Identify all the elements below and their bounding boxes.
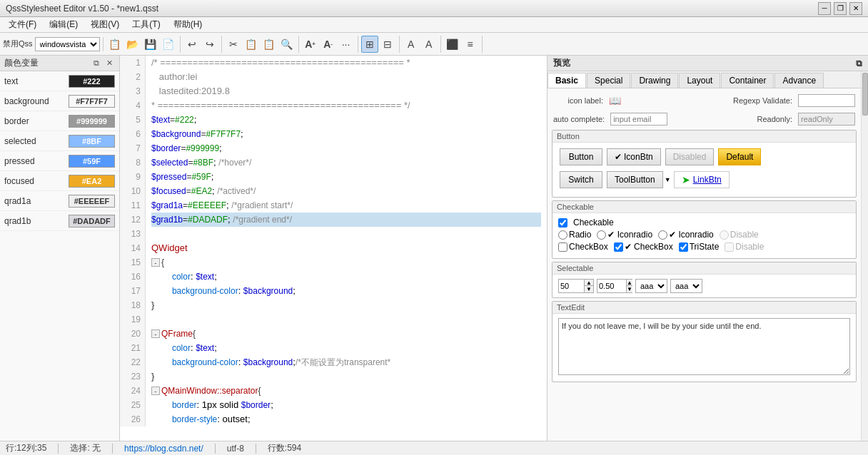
toolbutton-dropdown: ToolButton ▼ [605, 170, 672, 190]
icon-label-row: icon label: 📖 Regexp Validate: [547, 93, 861, 108]
linkbtn-btn[interactable]: LinkBtn [693, 175, 722, 185]
spin-value-1[interactable] [559, 280, 584, 292]
code-editor[interactable]: 1 2 3 4 5 6 7 8 9 10 11 12 13 14 15 16 1 [120, 56, 547, 441]
redo-button[interactable]: ↪ [201, 36, 218, 53]
color-item-pressed[interactable]: pressed #59F [0, 151, 119, 171]
minimize-button[interactable]: ─ [818, 2, 831, 15]
check-4[interactable] [725, 242, 734, 252]
tab-basic[interactable]: Basic [547, 73, 586, 88]
spin-down-2[interactable]: ▼ [627, 286, 632, 292]
color-panel: 颜色变量 ⧉ ✕ text #222 background #F7F7F7 bo… [0, 56, 120, 441]
spin-value-2[interactable] [597, 280, 626, 292]
regexp-input[interactable] [798, 94, 855, 107]
combo-select-2[interactable]: aaa [670, 279, 702, 293]
check-1[interactable] [558, 242, 567, 252]
color-item-selected[interactable]: selected #8BF [0, 131, 119, 151]
check-icon: ✔ [615, 152, 622, 162]
paste-button[interactable]: 📋 [243, 36, 260, 53]
spin-down-1[interactable]: ▼ [585, 286, 593, 292]
spin-btn-1: ▲ ▼ [584, 280, 593, 292]
color-swatch-background[interactable]: #F7F7F7 [69, 95, 115, 108]
font-more-button[interactable]: ··· [338, 36, 355, 53]
menu-edit[interactable]: 编辑(E) [44, 17, 84, 32]
spin-up-1[interactable]: ▲ [585, 280, 593, 286]
color-item-qrad1b[interactable]: qrad1b #DADADF [0, 211, 119, 231]
menu-file[interactable]: 文件(F) [3, 17, 42, 32]
fold-btn-20[interactable]: - [151, 329, 160, 338]
spin-up-2[interactable]: ▲ [627, 280, 632, 286]
fold-btn-15[interactable]: - [151, 258, 160, 267]
list-button[interactable]: ⊟ [379, 36, 396, 53]
copy-button[interactable]: 📄 [160, 36, 177, 53]
color-swatch-qrad1b[interactable]: #DADADF [69, 215, 115, 228]
color-item-border[interactable]: border #999999 [0, 111, 119, 131]
preview-restore-icon[interactable]: ⧉ [856, 58, 862, 68]
color-item-background[interactable]: background #F7F7F7 [0, 91, 119, 111]
title-bar: QssStylesheet Editor v1.50 - *new1.qsst … [0, 0, 868, 17]
radio-3[interactable] [658, 230, 667, 240]
color-button[interactable]: ⬛ [444, 36, 461, 53]
dropdown-arrow[interactable]: ▼ [662, 171, 672, 188]
fold-btn-24[interactable]: - [151, 387, 160, 395]
disabled-btn[interactable]: Disabled [665, 148, 715, 165]
autocomplete-input[interactable] [610, 113, 667, 126]
font-down-button[interactable]: A- [320, 36, 337, 53]
tab-container[interactable]: Container [721, 73, 774, 88]
check-3[interactable] [679, 242, 688, 252]
code-content[interactable]: /* =====================================… [146, 56, 547, 426]
switch-btn[interactable]: Switch [560, 171, 602, 188]
color-swatch-pressed[interactable]: #59F [69, 155, 115, 168]
code-line-3: lastedited:2019.8 [151, 84, 541, 98]
menu-tools[interactable]: 工具(T) [126, 17, 166, 32]
restore-button[interactable]: ❐ [834, 2, 847, 15]
menu-view[interactable]: 视图(V) [85, 17, 125, 32]
iconbtn-btn[interactable]: ✔ IconBtn [607, 148, 661, 165]
tab-drawing[interactable]: Drawing [631, 73, 678, 88]
grid-button[interactable]: ⊞ [361, 36, 378, 53]
check-2[interactable] [614, 242, 623, 252]
button-btn[interactable]: Button [560, 148, 602, 165]
cut-button[interactable]: ✂ [225, 36, 242, 53]
color-swatch-focused[interactable]: #EA2 [69, 175, 115, 188]
menu-help[interactable]: 帮助(H) [168, 17, 208, 32]
font-up-button[interactable]: A+ [302, 36, 319, 53]
default-btn[interactable]: Default [718, 148, 761, 165]
textedit-input[interactable]: If you do not leave me, I will be by you… [558, 318, 850, 375]
color-swatch-border[interactable]: #999999 [69, 115, 115, 128]
panel-restore-icon[interactable]: ⧉ [91, 58, 101, 68]
qss-combo[interactable]: windowsvista [35, 37, 100, 51]
checkable-checkbox[interactable] [558, 218, 567, 228]
color-name-border: border [4, 116, 69, 126]
line-numbers: 1 2 3 4 5 6 7 8 9 10 11 12 13 14 15 16 1 [120, 56, 146, 426]
button-row-1: Button ✔ IconBtn Disabled Default [558, 147, 850, 167]
find-button[interactable]: 🔍 [278, 36, 296, 53]
tab-special[interactable]: Special [587, 73, 630, 88]
radio-2[interactable] [597, 230, 606, 240]
radio-4[interactable] [720, 230, 729, 240]
color-swatch-text[interactable]: #222 [69, 75, 115, 88]
tab-advance[interactable]: Advance [774, 73, 824, 88]
color-swatch-selected[interactable]: #8BF [69, 135, 115, 148]
preview-panel: 预览 ⧉ Basic Special Drawing Layout Contai… [547, 56, 868, 441]
undo-button[interactable]: ↩ [183, 36, 201, 53]
text-button2[interactable]: A [420, 36, 438, 53]
color-item-text[interactable]: text #222 [0, 71, 119, 91]
tab-layout[interactable]: Layout [679, 73, 720, 88]
new-button[interactable]: 📋 [106, 36, 123, 53]
color-item-focused[interactable]: focused #EA2 [0, 171, 119, 191]
radio-1[interactable] [558, 230, 567, 240]
preview-scrollbar[interactable] [861, 71, 868, 441]
panel-close-icon[interactable]: ✕ [104, 58, 115, 68]
close-button[interactable]: ✕ [849, 2, 862, 15]
preview-scroll-thumb[interactable] [862, 73, 868, 116]
open-button[interactable]: 📂 [124, 36, 141, 53]
toolbutton-btn[interactable]: ToolButton [607, 171, 662, 188]
color-item-qrad1a[interactable]: qrad1a #EEEEEF [0, 191, 119, 211]
text-button1[interactable]: A [403, 36, 420, 53]
align-button[interactable]: ≡ [462, 36, 479, 53]
color-swatch-qrad1a[interactable]: #EEEEEF [69, 195, 115, 208]
clipboard-button[interactable]: 📋 [261, 36, 278, 53]
save-button[interactable]: 💾 [142, 36, 159, 53]
preview-main: Basic Special Drawing Layout Container A… [547, 71, 861, 441]
combo-select-1[interactable]: aaa [635, 279, 667, 293]
